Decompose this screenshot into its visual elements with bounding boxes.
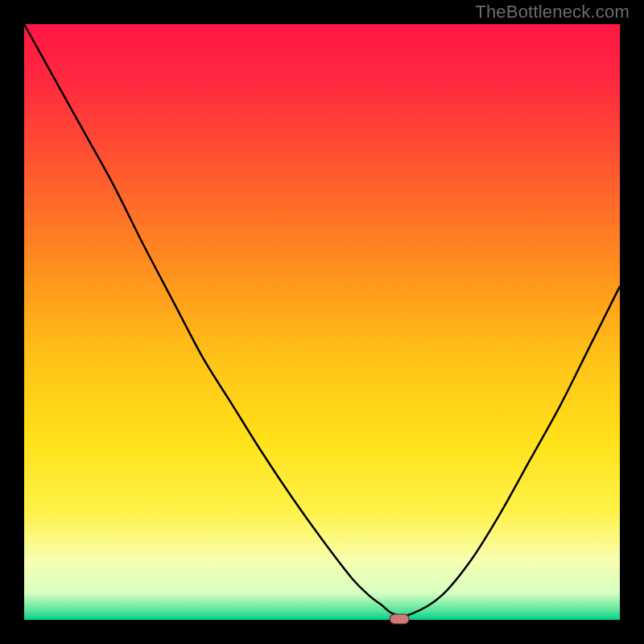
- plot-background: [24, 24, 620, 620]
- chart-svg: [0, 0, 644, 644]
- optimal-marker: [390, 614, 409, 624]
- watermark-text: TheBottleneck.com: [475, 2, 630, 23]
- bottleneck-chart: TheBottleneck.com: [0, 0, 644, 644]
